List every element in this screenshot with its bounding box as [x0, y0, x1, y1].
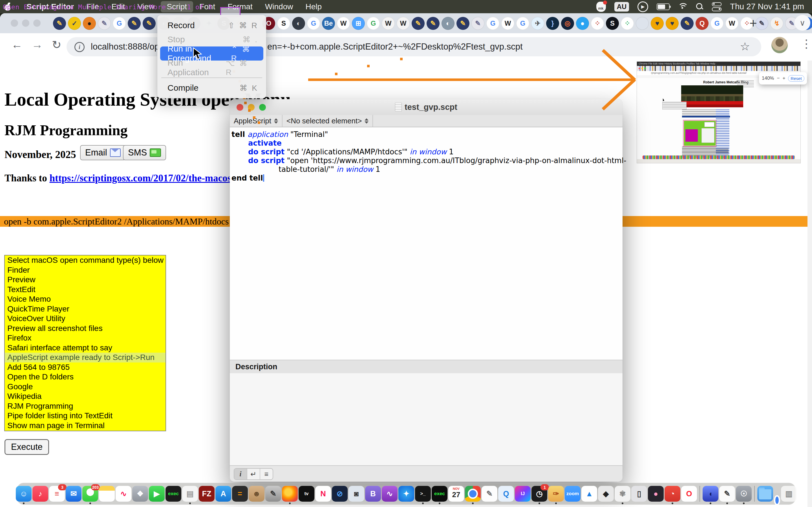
description-tab-icon[interactable]: i [234, 469, 247, 480]
dock-icon-terminal[interactable]: >_ [415, 486, 431, 502]
tab-favicon[interactable]: ⁘ [621, 17, 634, 30]
page-scrollbar[interactable] [808, 61, 812, 507]
tab-favicon[interactable]: } [546, 17, 559, 30]
code-line[interactable]: do script "open 'https://www.rjmprogramm… [232, 156, 622, 165]
dock-icon-screen-sharing[interactable]: ◖ [703, 486, 718, 502]
tab-favicon[interactable]: G [307, 17, 320, 30]
tab-favicon[interactable]: ♥ [666, 17, 679, 30]
tab-favicon[interactable] [636, 17, 649, 30]
tab-favicon[interactable]: ✎ [53, 17, 66, 30]
dock-icon-firefox[interactable] [282, 486, 298, 502]
profile-avatar[interactable] [771, 37, 788, 53]
url-text-prefix[interactable]: localhost:8888/op [91, 42, 159, 52]
dock-icon-filezilla[interactable]: FZ [199, 486, 214, 502]
list-option-voiceover-utility[interactable]: VoiceOver Utility [5, 314, 165, 324]
tab-favicon[interactable]: ↯ [770, 17, 783, 30]
dock-icon-quicktime[interactable]: Q [498, 486, 514, 502]
code-line[interactable]: end tell [232, 174, 622, 182]
tab-favicon[interactable]: ✎ [456, 17, 469, 30]
menu-item-record[interactable]: Record⇧ ⌘ R [160, 18, 263, 33]
dock-icon-inkscape[interactable]: ◆ [598, 486, 614, 502]
dock-icon-notes[interactable] [99, 486, 115, 502]
dock-icon-prism[interactable]: ▲ [581, 486, 597, 502]
open-type-select-list[interactable]: Select macOS open command type(s) below … [4, 255, 166, 431]
tab-favicon[interactable]: ✎ [471, 17, 485, 30]
tab-favicon[interactable]: ✓ [68, 17, 81, 30]
tab-favicon[interactable]: G [486, 17, 499, 30]
tab-favicon[interactable]: ♥ [651, 17, 664, 30]
description-body[interactable] [230, 373, 622, 465]
dock-icon-bbedit[interactable]: B [365, 486, 381, 502]
list-option-textedit[interactable]: TextEdit [5, 285, 165, 295]
tab-favicon[interactable]: ✎ [412, 17, 424, 30]
code-line[interactable]: do script "cd '/Applications/MAMP/htdocs… [232, 148, 622, 156]
dock-icon-news[interactable]: N [315, 486, 331, 502]
memoji-sticker-icon[interactable]: mk [596, 2, 606, 12]
list-option-finder[interactable]: Finder [5, 265, 165, 275]
code-area[interactable]: tell application "Terminal"activatedo sc… [230, 127, 622, 362]
dock-icon-messages[interactable]: 203 [82, 486, 98, 502]
window-minimize-button[interactable] [22, 19, 29, 27]
editor-title-bar[interactable]: test_gvp.scpt [230, 99, 622, 115]
dock-icon-mail[interactable]: ✉ [66, 486, 82, 502]
tab-favicon[interactable]: W [397, 17, 410, 30]
list-option-voice-memo[interactable]: Voice Memo [5, 294, 165, 304]
dock-icon-launchpad[interactable]: ❖ [132, 486, 148, 502]
dock-icon-podcasts[interactable]: ∿ [382, 486, 398, 502]
tab-favicon[interactable]: ◎ [561, 17, 574, 30]
tab-favicon[interactable]: W [501, 17, 514, 30]
menu-window[interactable]: Window [259, 1, 299, 12]
url-text-suffix[interactable]: en=+-b+com.apple.ScriptEditor2+~%2FDeskt… [267, 42, 523, 52]
dock-icon-zoom[interactable]: zoom [565, 486, 580, 502]
tab-favicon[interactable]: ⁘ [591, 17, 604, 30]
dock-icon-fitness[interactable]: ∿ [116, 486, 132, 502]
dock-icon-calendar[interactable]: NOV27 [448, 486, 464, 502]
list-option-safari-interface-attempt-to-sa[interactable]: Safari interface attempt to say [5, 343, 165, 353]
tab-favicon[interactable]: G [367, 17, 380, 30]
zoom-reset-button[interactable]: Reset [788, 75, 804, 82]
log-tab-icon[interactable]: ≡ [260, 469, 273, 480]
tab-favicon[interactable]: W [382, 17, 395, 30]
reload-button[interactable]: ↻ [52, 38, 61, 51]
dock-icon-facetime[interactable]: ▶ [149, 486, 165, 502]
dock-icon-safari[interactable]: ✦ [398, 486, 414, 502]
menu-bar-clock[interactable]: Thu 27 Nov 1:41 pm [730, 2, 804, 11]
scriptingosx-link[interactable]: https://scriptingosx.com/2017/02/the-mac… [50, 173, 250, 184]
tab-favicon[interactable]: Q [696, 17, 709, 30]
result-tab-icon[interactable]: ↵ [247, 469, 260, 480]
tab-favicon[interactable]: ◐ [292, 17, 305, 30]
tab-favicon[interactable]: ✎ [143, 17, 156, 30]
dock-icon-document[interactable]: ▤ [182, 486, 198, 502]
dock-icon-screenshot-app[interactable]: ◙ [349, 486, 364, 502]
dock-icon-chrome[interactable] [465, 486, 481, 502]
dock-icon-chrome-mini[interactable] [774, 497, 780, 503]
tab-search-chevron-button[interactable]: ∨ [795, 15, 810, 31]
dock-icon-preview-draw[interactable]: ✎ [719, 486, 735, 502]
zoom-in-button[interactable]: + [782, 75, 785, 81]
list-option-firefox[interactable]: Firefox [5, 333, 165, 343]
now-playing-icon[interactable]: ▶ [638, 1, 648, 12]
tab-favicon[interactable]: G [711, 17, 723, 30]
dock-icon-exec-terminal-2[interactable]: exec [432, 486, 448, 502]
wifi-icon[interactable] [678, 3, 688, 10]
code-line[interactable]: tell application "Terminal" [232, 130, 622, 139]
window-close-button[interactable] [11, 19, 18, 27]
bookmark-star-icon[interactable]: ☆ [740, 40, 750, 53]
new-tab-button[interactable]: + [749, 15, 757, 31]
list-option-rjm-programming[interactable]: RJM Programming [5, 401, 165, 411]
dock-icon-contacts[interactable]: ☻ [249, 486, 264, 502]
site-info-icon[interactable]: i [74, 42, 85, 52]
tab-favicon[interactable]: W [725, 17, 739, 30]
list-option-quicktime-player[interactable]: QuickTime Player [5, 304, 165, 314]
dock-icon-cat-app[interactable]: ● [648, 486, 664, 502]
list-option-google[interactable]: Google [5, 382, 165, 392]
dock-icon-iphone-mirroring[interactable]: ▯ [631, 486, 647, 502]
dock-icon-finder[interactable]: ☺ [16, 486, 32, 502]
tab-favicon[interactable]: G [113, 17, 126, 30]
list-option-preview[interactable]: Preview [5, 275, 165, 285]
browser-menu-icon[interactable]: ⋮ [801, 37, 812, 50]
dock-icon-gimp[interactable]: ✎ [265, 486, 281, 502]
dock-icon-speedtest[interactable]: ◔ [665, 486, 680, 502]
dock-icon-do-not-enter[interactable]: ⊘ [332, 486, 348, 502]
input-source-badge[interactable]: AU [614, 2, 629, 11]
